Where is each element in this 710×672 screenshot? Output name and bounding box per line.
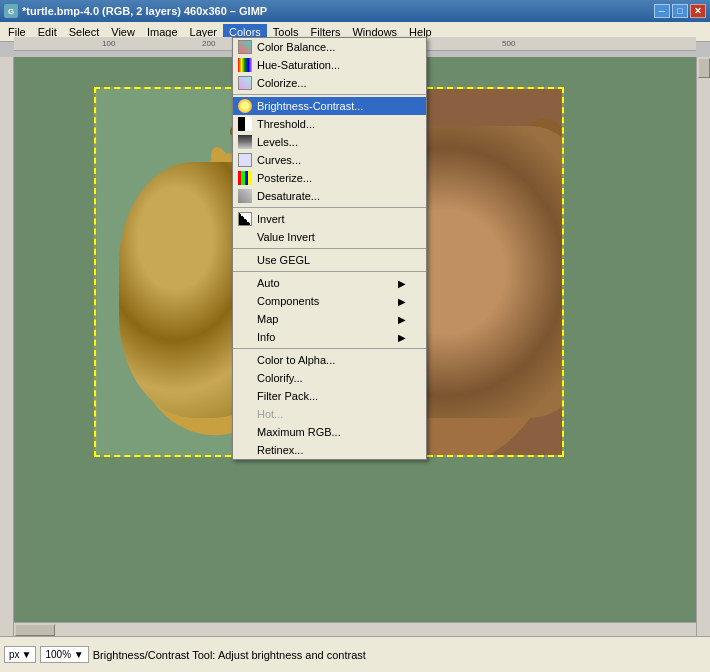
menu-levels[interactable]: Levels...: [233, 133, 426, 151]
menu-use-gegl[interactable]: Use GEGL: [233, 251, 426, 269]
posterize-icon: [237, 170, 253, 186]
menu-invert[interactable]: Invert: [233, 210, 426, 228]
units-selector[interactable]: px ▼: [4, 646, 36, 663]
svg-point-4: [177, 224, 213, 252]
colors-dropdown-menu: Color Balance... Hue-Saturation... Color…: [232, 37, 427, 460]
menu-hue-saturation[interactable]: Hue-Saturation...: [233, 56, 426, 74]
zoom-selector[interactable]: 100% ▼: [40, 646, 88, 663]
menu-colorize[interactable]: Colorize...: [233, 74, 426, 92]
menu-desaturate[interactable]: Desaturate...: [233, 187, 426, 205]
menu-color-to-alpha[interactable]: Color to Alpha...: [233, 351, 426, 369]
scrollbar-horizontal[interactable]: [14, 622, 696, 636]
scrollbar-v-thumb[interactable]: [698, 58, 710, 78]
separator-2: [233, 207, 426, 208]
menu-color-balance[interactable]: Color Balance...: [233, 38, 426, 56]
menu-brightness-contrast[interactable]: Brightness-Contrast...: [233, 97, 426, 115]
map-arrow: ▶: [398, 314, 406, 325]
svg-rect-19: [527, 119, 562, 228]
invert-icon: [237, 211, 253, 227]
hue-saturation-icon: [237, 57, 253, 73]
app-icon: G: [4, 4, 18, 18]
title-bar: G *turtle.bmp-4.0 (RGB, 2 layers) 460x36…: [0, 0, 710, 22]
ruler-vertical: [0, 57, 14, 636]
menu-curves[interactable]: Curves...: [233, 151, 426, 169]
auto-arrow: ▶: [398, 278, 406, 289]
title-bar-left: G *turtle.bmp-4.0 (RGB, 2 layers) 460x36…: [4, 4, 267, 18]
menu-info[interactable]: Info ▶: [233, 328, 426, 346]
svg-point-29: [447, 200, 450, 203]
info-arrow: ▶: [398, 332, 406, 343]
scrollbar-vertical[interactable]: [696, 57, 710, 636]
maximize-button[interactable]: □: [672, 4, 688, 18]
threshold-icon: [237, 116, 253, 132]
menu-components[interactable]: Components ▶: [233, 292, 426, 310]
status-text: Brightness/Contrast Tool: Adjust brightn…: [93, 649, 706, 661]
menu-map[interactable]: Map ▶: [233, 310, 426, 328]
units-value: px: [9, 649, 20, 660]
title-bar-buttons: ─ □ ✕: [654, 4, 706, 18]
close-button[interactable]: ✕: [690, 4, 706, 18]
menu-value-invert[interactable]: Value Invert: [233, 228, 426, 246]
separator-1: [233, 94, 426, 95]
components-arrow: ▶: [398, 296, 406, 307]
brightness-icon: [237, 98, 253, 114]
zoom-value: 100%: [45, 649, 71, 660]
minimize-button[interactable]: ─: [654, 4, 670, 18]
separator-3: [233, 248, 426, 249]
levels-icon: [237, 134, 253, 150]
ruler-tick-100: 100: [102, 39, 115, 48]
menu-retinex[interactable]: Retinex...: [233, 441, 426, 459]
svg-rect-18: [507, 138, 547, 257]
colorize-icon: [237, 75, 253, 91]
menu-auto[interactable]: Auto ▶: [233, 274, 426, 292]
scrollbar-h-thumb[interactable]: [15, 624, 55, 636]
svg-point-28: [444, 199, 452, 207]
zoom-arrow: ▼: [74, 649, 84, 660]
svg-point-8: [164, 340, 208, 372]
menu-colorify[interactable]: Colorify...: [233, 369, 426, 387]
ruler-tick-500: 500: [502, 39, 515, 48]
menu-filter-pack[interactable]: Filter Pack...: [233, 387, 426, 405]
menu-threshold[interactable]: Threshold...: [233, 115, 426, 133]
menu-posterize[interactable]: Posterize...: [233, 169, 426, 187]
color-balance-icon: [237, 39, 253, 55]
separator-4: [233, 271, 426, 272]
svg-point-6: [190, 281, 230, 313]
window-title: *turtle.bmp-4.0 (RGB, 2 layers) 460x360 …: [22, 5, 267, 17]
svg-point-31: [464, 304, 520, 370]
desaturate-icon: [237, 188, 253, 204]
menu-hot: Hot...: [233, 405, 426, 423]
status-bar: px ▼ 100% ▼ Brightness/Contrast Tool: Ad…: [0, 636, 710, 672]
menu-maximum-rgb[interactable]: Maximum RGB...: [233, 423, 426, 441]
curves-icon: [237, 152, 253, 168]
svg-point-23: [448, 237, 497, 296]
units-arrow: ▼: [22, 649, 32, 660]
ruler-tick-200: 200: [202, 39, 215, 48]
separator-5: [233, 348, 426, 349]
